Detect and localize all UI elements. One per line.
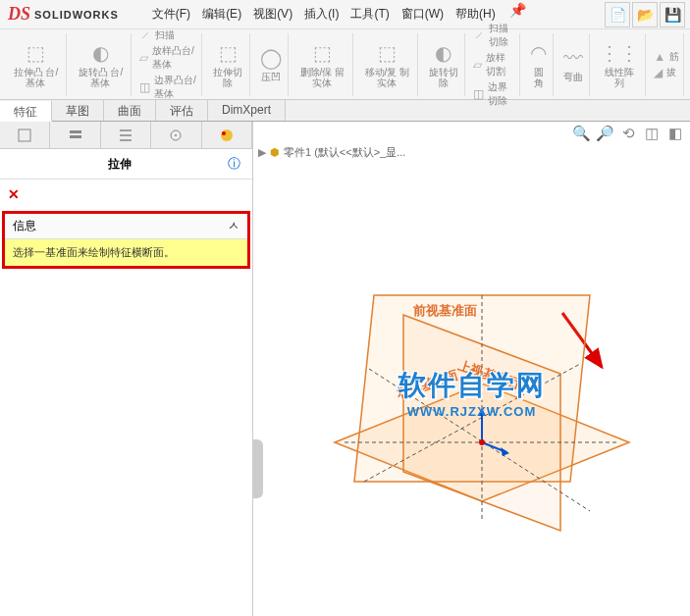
revolve-cut-button[interactable]: ◐ 旋转切 除 (426, 39, 461, 90)
menu-window[interactable]: 窗口(W) (396, 2, 450, 26)
boundary-cut-icon: ◫ (473, 87, 484, 101)
part-name[interactable]: 零件1 (默认<<默认>_显... (284, 145, 405, 160)
rotate-icon[interactable]: ⟲ (618, 124, 638, 143)
panel-tab-feature-tree[interactable] (0, 122, 50, 148)
menu-bar: DS SOLIDWORKS 文件(F) 编辑(E) 视图(V) 插入(I) 工具… (0, 0, 690, 29)
logo-text: SOLIDWORKS (34, 9, 119, 21)
panel-tab-config[interactable] (101, 122, 151, 148)
svg-point-4 (175, 134, 177, 136)
feature-header: 拉伸 ⓘ (0, 149, 252, 180)
panel-tab-dimxpert[interactable] (151, 122, 201, 148)
loft-cut-button[interactable]: ▱放样切割 (473, 51, 515, 78)
panel-handle[interactable] (253, 439, 263, 498)
svg-rect-2 (70, 135, 81, 138)
feature-tabs: 特征 草图 曲面 评估 DimXpert (0, 100, 690, 122)
part-icon: ⬢ (270, 146, 280, 159)
section-view-icon[interactable]: ◧ (665, 124, 685, 143)
extrude-icon: ⬚ (27, 41, 45, 65)
boundary-button[interactable]: ◫边界凸台/基体 (139, 74, 197, 101)
rib-icon: ▲ (654, 50, 665, 64)
hole-button[interactable]: ◯ 压凹 (258, 44, 284, 84)
collapse-icon[interactable]: ㅅ (228, 218, 239, 234)
fillet-button[interactable]: ◠ 圆角 (528, 39, 549, 90)
menu-view[interactable]: 视图(V) (247, 2, 298, 26)
move-icon: ⬚ (378, 41, 397, 65)
boundary-icon: ◫ (139, 80, 150, 94)
loft-cut-icon: ▱ (473, 58, 482, 72)
3d-viewport[interactable]: 🔍 🔎 ⟲ ◫ ◧ ▶ ⬢ 零件1 (默认<<默认>_显... (253, 122, 690, 616)
breadcrumb-arrow-icon[interactable]: ▶ (258, 146, 266, 159)
front-plane-label: 前视基准面 (412, 303, 477, 318)
panel-tabs (0, 122, 252, 149)
view-toolbar: 🔍 🔎 ⟲ ◫ ◧ (571, 124, 685, 143)
delete-keep-button[interactable]: ⬚ 删除/保 留实体 (296, 39, 348, 90)
fillet-icon: ◠ (530, 41, 547, 65)
open-icon[interactable]: 📂 (632, 2, 658, 27)
cancel-button[interactable]: ✕ (8, 186, 20, 202)
tab-sketch[interactable]: 草图 (52, 100, 104, 121)
svg-point-20 (479, 439, 485, 445)
ribbon: ⬚ 拉伸凸 台/基体 ◐ 旋转凸 台/基体 ⟋扫描 ▱放样凸台/基体 ◫边界凸台… (0, 29, 690, 100)
revolve-boss-button[interactable]: ◐ 旋转凸 台/基体 (75, 39, 127, 90)
display-style-icon[interactable]: ◫ (642, 124, 662, 143)
reference-planes[interactable]: 前视基准面 上视基准面 右视基准面 (286, 217, 659, 570)
new-document-icon[interactable]: 📄 (605, 2, 630, 27)
sweep-icon: ⟋ (139, 28, 151, 42)
menu-edit[interactable]: 编辑(E) (196, 2, 247, 26)
info-label: 信息 (13, 218, 36, 234)
hole-icon: ◯ (260, 46, 282, 70)
rib-button[interactable]: ▲筋 (654, 50, 679, 64)
svg-rect-1 (70, 130, 81, 133)
curve-icon: 〰 (563, 47, 583, 70)
draft-button[interactable]: ◢拔 (654, 66, 679, 79)
breadcrumb: ▶ ⬢ 零件1 (默认<<默认>_显... (258, 145, 405, 160)
linear-pattern-button[interactable]: ⋮⋮ 线性阵 列 (598, 39, 641, 90)
zoom-area-icon[interactable]: 🔎 (595, 124, 614, 143)
svg-point-6 (222, 131, 226, 135)
panel-tab-property[interactable] (50, 122, 100, 148)
curve-button[interactable]: 〰 弯曲 (561, 45, 585, 84)
loft-button[interactable]: ▱放样凸台/基体 (139, 44, 197, 72)
pattern-icon: ⋮⋮ (600, 41, 639, 65)
info-highlight-box: 信息 ㅅ 选择一基准面来绘制特征横断面。 (2, 211, 250, 269)
boundary-cut-button[interactable]: ◫边界切除 (473, 80, 515, 108)
revolve-icon: ◐ (92, 41, 109, 65)
extrude-cut-button[interactable]: ⬚ 拉伸切 除 (210, 39, 245, 90)
svg-rect-0 (19, 129, 30, 141)
help-icon[interactable]: ⓘ (228, 155, 240, 173)
sweep-button[interactable]: ⟋扫描 (139, 28, 197, 42)
tab-evaluate[interactable]: 评估 (156, 100, 208, 121)
delete-icon: ⬚ (313, 41, 332, 65)
tab-feature[interactable]: 特征 (0, 101, 52, 122)
extrude-boss-button[interactable]: ⬚ 拉伸凸 台/基体 (10, 39, 62, 90)
property-panel: 拉伸 ⓘ ✕ 信息 ㅅ 选择一基准面来绘制特征横断面。 (0, 122, 253, 616)
menu-tools[interactable]: 工具(T) (345, 2, 395, 26)
zoom-fit-icon[interactable]: 🔍 (571, 124, 591, 143)
logo-mark: DS (8, 4, 30, 25)
svg-point-5 (221, 129, 233, 141)
feature-title: 拉伸 (12, 156, 228, 173)
menu-insert[interactable]: 插入(I) (298, 2, 345, 26)
panel-tab-appearance[interactable] (202, 122, 252, 148)
app-logo: DS SOLIDWORKS (0, 4, 127, 25)
extrude-cut-icon: ⬚ (219, 41, 238, 65)
draft-icon: ◢ (654, 66, 663, 79)
sweep-cut-button[interactable]: ⟋扫描切除 (473, 22, 515, 49)
revolve-cut-icon: ◐ (435, 41, 451, 65)
loft-icon: ▱ (139, 51, 148, 65)
save-icon[interactable]: 💾 (660, 2, 685, 27)
info-message: 选择一基准面来绘制特征横断面。 (5, 239, 247, 266)
tab-dimxpert[interactable]: DimXpert (208, 100, 286, 121)
move-copy-button[interactable]: ⬚ 移动/复 制实体 (361, 39, 413, 90)
tab-surface[interactable]: 曲面 (104, 100, 156, 121)
sweep-cut-icon: ⟋ (473, 28, 485, 42)
main-area: 拉伸 ⓘ ✕ 信息 ㅅ 选择一基准面来绘制特征横断面。 🔍 🔎 ⟲ ◫ ◧ ▶ … (0, 122, 690, 616)
menu-file[interactable]: 文件(F) (146, 2, 196, 26)
